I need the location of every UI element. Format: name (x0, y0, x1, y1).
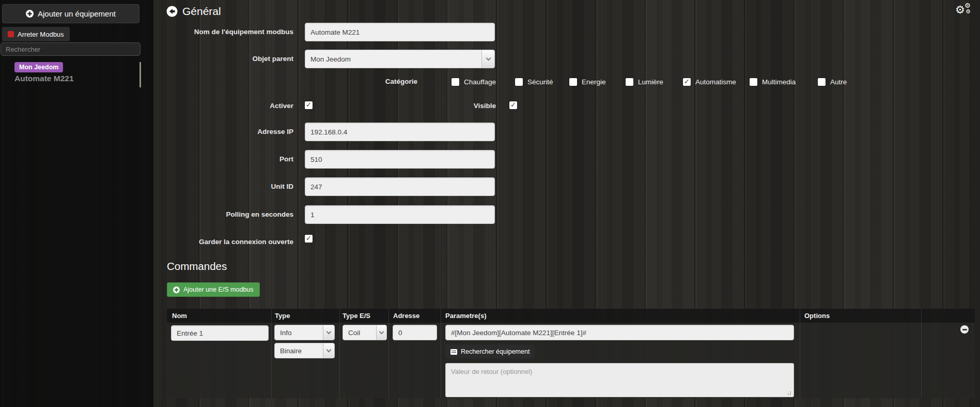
chevron-down-icon (323, 343, 334, 358)
plus-circle-icon (173, 287, 180, 293)
checkbox-automatisme[interactable] (683, 78, 691, 86)
unit-id-label: Unit ID (170, 183, 293, 190)
col-header-adresse: Adresse (393, 312, 419, 320)
back-icon[interactable] (166, 6, 178, 17)
category-autre-label: Autre (830, 78, 847, 86)
category-automatisme-label: Automatisme (695, 78, 736, 86)
chevron-down-icon (481, 50, 494, 68)
page-title: Général (182, 5, 221, 18)
cmd-adresse-input[interactable] (393, 325, 437, 340)
category-energie: Energie (569, 78, 606, 86)
column-separator (271, 309, 272, 398)
add-io-label: Ajouter une E/S modbus (183, 286, 254, 293)
stop-modbus-label: Arreter Modbus (18, 31, 64, 38)
checkbox-activer[interactable] (305, 101, 313, 109)
category-lumiere-label: Lumière (638, 78, 663, 86)
column-separator (339, 309, 340, 398)
checkbox-autre[interactable] (818, 78, 826, 86)
return-value-textarea[interactable] (445, 363, 794, 397)
col-header-type: Type (275, 312, 290, 320)
add-io-button[interactable]: Ajouter une E/S modbus (167, 282, 260, 297)
col-header-options: Options (804, 312, 830, 320)
checkbox-energie[interactable] (569, 78, 577, 86)
checkbox-lumiere[interactable] (626, 78, 633, 86)
cmd-subtype-value: Binaire (275, 343, 323, 358)
category-energie-label: Energie (582, 78, 606, 86)
cmd-type-es-select[interactable]: Coil (343, 325, 387, 340)
add-equipment-label: Ajouter un équipement (38, 9, 116, 18)
ip-input[interactable] (305, 123, 495, 141)
checkbox-keep-open[interactable] (305, 235, 313, 243)
category-chauffage-label: Chauffage (464, 78, 496, 86)
keep-open-label: Garder la connexion ouverte (170, 238, 293, 246)
remove-row-icon[interactable] (960, 325, 969, 334)
column-separator (441, 309, 441, 398)
column-separator (800, 309, 800, 398)
category-chauffage: Chauffage (452, 78, 496, 86)
port-label: Port (170, 155, 293, 163)
category-autre: Autre (818, 78, 847, 86)
polling-input[interactable] (305, 205, 495, 224)
category-securite-label: Sécurité (527, 78, 553, 86)
name-input[interactable] (305, 23, 495, 41)
parent-select-value: Mon Jeedom (305, 50, 481, 68)
sidebar: Ajouter un équipement Arreter Modbus Mon… (0, 0, 153, 407)
checkbox-chauffage[interactable] (452, 78, 459, 86)
tree-accent-line (139, 62, 141, 87)
plus-circle-icon (26, 10, 34, 18)
checkbox-securite[interactable] (515, 78, 523, 86)
sidebar-item-equipment[interactable]: Automate M221 (14, 74, 74, 83)
cmd-type-select[interactable]: Info (274, 325, 335, 340)
cmd-subtype-select[interactable]: Binaire (274, 343, 335, 358)
page-title-row: Général (166, 5, 221, 18)
table-list-icon (450, 349, 457, 355)
category-multimedia: Multimedia (750, 78, 796, 86)
search-equipment-button[interactable]: Rechercher équipement (445, 345, 535, 358)
col-header-type-es: Type E/S (343, 312, 370, 320)
cmd-type-es-value: Coil (343, 325, 376, 340)
column-separator (921, 309, 922, 398)
visible-label: Visible (393, 102, 496, 110)
search-equipment-label: Rechercher équipement (461, 348, 530, 355)
unit-id-input[interactable] (305, 177, 495, 196)
commands-title: Commandes (167, 260, 227, 273)
checkbox-multimedia[interactable] (750, 78, 757, 86)
polling-label: Polling en secondes (170, 210, 293, 218)
add-equipment-button[interactable]: Ajouter un équipement (2, 4, 139, 23)
category-label: Catégorie (331, 78, 417, 85)
category-lumiere: Lumière (626, 78, 663, 86)
commands-table: Nom Type Type E/S Adresse Parametre(s) O… (167, 309, 975, 398)
checkbox-visible[interactable] (509, 101, 517, 109)
stop-square-icon (8, 31, 14, 37)
name-label: Nom de l'équipement modbus (170, 28, 293, 36)
category-securite: Sécurité (515, 78, 553, 86)
category-multimedia-label: Multimedia (762, 78, 796, 86)
parent-select[interactable]: Mon Jeedom (305, 50, 495, 68)
col-header-parametre: Parametre(s) (445, 312, 487, 320)
ip-label: Adresse IP (170, 128, 293, 135)
parent-label: Objet parent (170, 55, 293, 63)
sidebar-search-input[interactable] (1, 42, 141, 56)
chevron-down-icon (323, 325, 334, 340)
chevron-down-icon (376, 325, 386, 340)
col-header-nom: Nom (172, 312, 187, 320)
cmd-parametre-input[interactable] (445, 325, 794, 340)
column-separator (388, 309, 389, 398)
object-badge[interactable]: Mon Jeedom (14, 62, 63, 72)
settings-cogs-icon[interactable]: ⚙ ⚙ ⚙ (955, 3, 977, 20)
stop-modbus-button[interactable]: Arreter Modbus (2, 27, 70, 41)
category-automatisme: Automatisme (683, 78, 736, 86)
port-input[interactable] (305, 150, 495, 169)
cmd-type-value: Info (275, 325, 323, 340)
activer-label: Activer (170, 102, 293, 110)
textarea-resize-handle[interactable] (790, 394, 791, 395)
cmd-name-input[interactable] (171, 325, 269, 341)
